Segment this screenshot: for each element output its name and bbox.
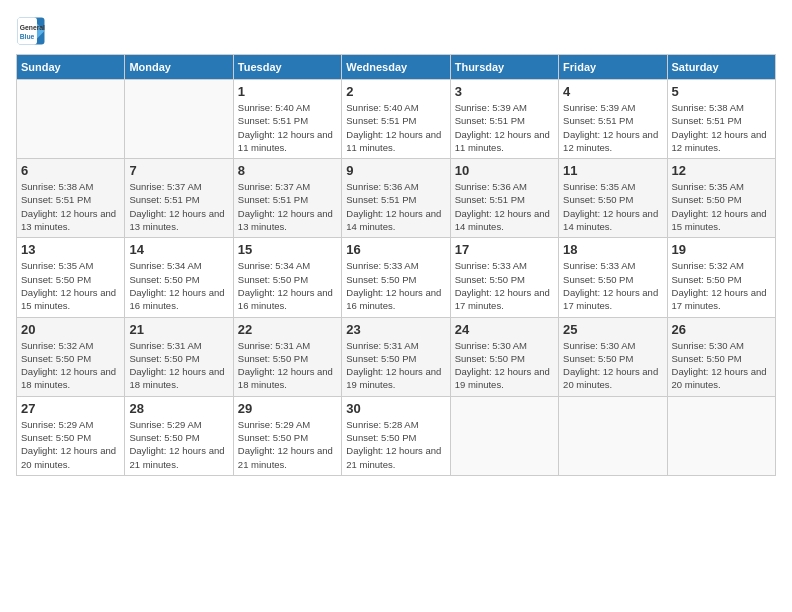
day-number: 26: [672, 322, 771, 337]
day-info: Sunrise: 5:35 AM Sunset: 5:50 PM Dayligh…: [563, 180, 662, 233]
day-number: 13: [21, 242, 120, 257]
day-number: 12: [672, 163, 771, 178]
calendar-cell: 21Sunrise: 5:31 AM Sunset: 5:50 PM Dayli…: [125, 317, 233, 396]
day-info: Sunrise: 5:39 AM Sunset: 5:51 PM Dayligh…: [455, 101, 554, 154]
day-info: Sunrise: 5:32 AM Sunset: 5:50 PM Dayligh…: [21, 339, 120, 392]
calendar-cell: 18Sunrise: 5:33 AM Sunset: 5:50 PM Dayli…: [559, 238, 667, 317]
day-info: Sunrise: 5:30 AM Sunset: 5:50 PM Dayligh…: [672, 339, 771, 392]
calendar-cell: 4Sunrise: 5:39 AM Sunset: 5:51 PM Daylig…: [559, 80, 667, 159]
day-info: Sunrise: 5:36 AM Sunset: 5:51 PM Dayligh…: [455, 180, 554, 233]
day-info: Sunrise: 5:32 AM Sunset: 5:50 PM Dayligh…: [672, 259, 771, 312]
calendar-cell: 3Sunrise: 5:39 AM Sunset: 5:51 PM Daylig…: [450, 80, 558, 159]
day-number: 8: [238, 163, 337, 178]
calendar-cell: 12Sunrise: 5:35 AM Sunset: 5:50 PM Dayli…: [667, 159, 775, 238]
calendar-cell: 2Sunrise: 5:40 AM Sunset: 5:51 PM Daylig…: [342, 80, 450, 159]
svg-text:Blue: Blue: [20, 33, 35, 40]
day-info: Sunrise: 5:33 AM Sunset: 5:50 PM Dayligh…: [455, 259, 554, 312]
svg-text:General: General: [20, 24, 45, 31]
day-info: Sunrise: 5:39 AM Sunset: 5:51 PM Dayligh…: [563, 101, 662, 154]
day-info: Sunrise: 5:30 AM Sunset: 5:50 PM Dayligh…: [563, 339, 662, 392]
day-header-tuesday: Tuesday: [233, 55, 341, 80]
calendar-cell: [450, 396, 558, 475]
day-number: 18: [563, 242, 662, 257]
calendar-cell: 16Sunrise: 5:33 AM Sunset: 5:50 PM Dayli…: [342, 238, 450, 317]
calendar-cell: 20Sunrise: 5:32 AM Sunset: 5:50 PM Dayli…: [17, 317, 125, 396]
day-number: 10: [455, 163, 554, 178]
day-number: 14: [129, 242, 228, 257]
week-row-2: 6Sunrise: 5:38 AM Sunset: 5:51 PM Daylig…: [17, 159, 776, 238]
day-header-thursday: Thursday: [450, 55, 558, 80]
day-info: Sunrise: 5:38 AM Sunset: 5:51 PM Dayligh…: [672, 101, 771, 154]
day-info: Sunrise: 5:40 AM Sunset: 5:51 PM Dayligh…: [346, 101, 445, 154]
calendar-cell: 8Sunrise: 5:37 AM Sunset: 5:51 PM Daylig…: [233, 159, 341, 238]
svg-rect-2: [18, 18, 38, 45]
day-number: 6: [21, 163, 120, 178]
day-info: Sunrise: 5:29 AM Sunset: 5:50 PM Dayligh…: [238, 418, 337, 471]
day-number: 22: [238, 322, 337, 337]
day-number: 23: [346, 322, 445, 337]
header: General Blue: [16, 16, 776, 46]
calendar-cell: 10Sunrise: 5:36 AM Sunset: 5:51 PM Dayli…: [450, 159, 558, 238]
calendar-cell: 23Sunrise: 5:31 AM Sunset: 5:50 PM Dayli…: [342, 317, 450, 396]
calendar-cell: [17, 80, 125, 159]
week-row-5: 27Sunrise: 5:29 AM Sunset: 5:50 PM Dayli…: [17, 396, 776, 475]
day-header-saturday: Saturday: [667, 55, 775, 80]
week-row-3: 13Sunrise: 5:35 AM Sunset: 5:50 PM Dayli…: [17, 238, 776, 317]
day-info: Sunrise: 5:38 AM Sunset: 5:51 PM Dayligh…: [21, 180, 120, 233]
day-number: 2: [346, 84, 445, 99]
calendar-cell: 7Sunrise: 5:37 AM Sunset: 5:51 PM Daylig…: [125, 159, 233, 238]
day-info: Sunrise: 5:31 AM Sunset: 5:50 PM Dayligh…: [238, 339, 337, 392]
day-number: 17: [455, 242, 554, 257]
day-header-monday: Monday: [125, 55, 233, 80]
calendar-cell: 5Sunrise: 5:38 AM Sunset: 5:51 PM Daylig…: [667, 80, 775, 159]
day-number: 24: [455, 322, 554, 337]
day-info: Sunrise: 5:29 AM Sunset: 5:50 PM Dayligh…: [21, 418, 120, 471]
day-number: 27: [21, 401, 120, 416]
calendar-cell: 28Sunrise: 5:29 AM Sunset: 5:50 PM Dayli…: [125, 396, 233, 475]
day-info: Sunrise: 5:35 AM Sunset: 5:50 PM Dayligh…: [21, 259, 120, 312]
week-row-4: 20Sunrise: 5:32 AM Sunset: 5:50 PM Dayli…: [17, 317, 776, 396]
day-info: Sunrise: 5:36 AM Sunset: 5:51 PM Dayligh…: [346, 180, 445, 233]
calendar-cell: 22Sunrise: 5:31 AM Sunset: 5:50 PM Dayli…: [233, 317, 341, 396]
calendar-cell: 11Sunrise: 5:35 AM Sunset: 5:50 PM Dayli…: [559, 159, 667, 238]
logo: General Blue: [16, 16, 46, 46]
day-info: Sunrise: 5:37 AM Sunset: 5:51 PM Dayligh…: [238, 180, 337, 233]
day-number: 29: [238, 401, 337, 416]
day-info: Sunrise: 5:37 AM Sunset: 5:51 PM Dayligh…: [129, 180, 228, 233]
calendar-cell: 27Sunrise: 5:29 AM Sunset: 5:50 PM Dayli…: [17, 396, 125, 475]
day-info: Sunrise: 5:30 AM Sunset: 5:50 PM Dayligh…: [455, 339, 554, 392]
calendar-cell: 29Sunrise: 5:29 AM Sunset: 5:50 PM Dayli…: [233, 396, 341, 475]
day-number: 19: [672, 242, 771, 257]
day-number: 3: [455, 84, 554, 99]
calendar-cell: 14Sunrise: 5:34 AM Sunset: 5:50 PM Dayli…: [125, 238, 233, 317]
day-number: 21: [129, 322, 228, 337]
day-header-wednesday: Wednesday: [342, 55, 450, 80]
calendar-cell: 26Sunrise: 5:30 AM Sunset: 5:50 PM Dayli…: [667, 317, 775, 396]
day-number: 30: [346, 401, 445, 416]
day-number: 9: [346, 163, 445, 178]
day-number: 20: [21, 322, 120, 337]
calendar-cell: 24Sunrise: 5:30 AM Sunset: 5:50 PM Dayli…: [450, 317, 558, 396]
day-info: Sunrise: 5:28 AM Sunset: 5:50 PM Dayligh…: [346, 418, 445, 471]
day-number: 15: [238, 242, 337, 257]
day-info: Sunrise: 5:31 AM Sunset: 5:50 PM Dayligh…: [346, 339, 445, 392]
calendar-cell: 1Sunrise: 5:40 AM Sunset: 5:51 PM Daylig…: [233, 80, 341, 159]
calendar-cell: 17Sunrise: 5:33 AM Sunset: 5:50 PM Dayli…: [450, 238, 558, 317]
calendar-table: SundayMondayTuesdayWednesdayThursdayFrid…: [16, 54, 776, 476]
calendar-cell: 19Sunrise: 5:32 AM Sunset: 5:50 PM Dayli…: [667, 238, 775, 317]
day-info: Sunrise: 5:31 AM Sunset: 5:50 PM Dayligh…: [129, 339, 228, 392]
logo-icon: General Blue: [16, 16, 46, 46]
calendar-cell: [125, 80, 233, 159]
day-header-friday: Friday: [559, 55, 667, 80]
calendar-cell: 6Sunrise: 5:38 AM Sunset: 5:51 PM Daylig…: [17, 159, 125, 238]
day-info: Sunrise: 5:34 AM Sunset: 5:50 PM Dayligh…: [238, 259, 337, 312]
day-number: 5: [672, 84, 771, 99]
calendar-cell: 25Sunrise: 5:30 AM Sunset: 5:50 PM Dayli…: [559, 317, 667, 396]
day-number: 25: [563, 322, 662, 337]
day-info: Sunrise: 5:33 AM Sunset: 5:50 PM Dayligh…: [346, 259, 445, 312]
day-number: 28: [129, 401, 228, 416]
day-number: 16: [346, 242, 445, 257]
day-header-sunday: Sunday: [17, 55, 125, 80]
day-info: Sunrise: 5:40 AM Sunset: 5:51 PM Dayligh…: [238, 101, 337, 154]
day-info: Sunrise: 5:33 AM Sunset: 5:50 PM Dayligh…: [563, 259, 662, 312]
